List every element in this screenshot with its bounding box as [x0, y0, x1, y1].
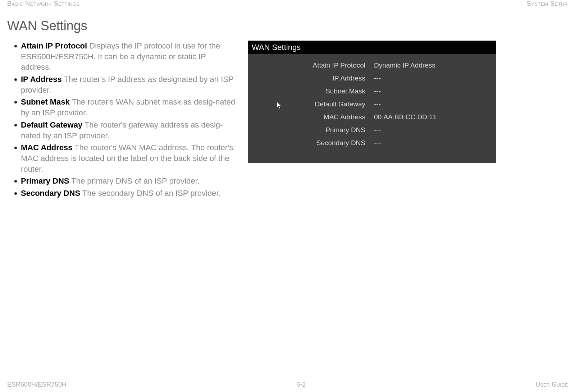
page-header: Basic Network Settings System Setup [0, 0, 575, 8]
panel-value: --- [374, 74, 381, 82]
screenshot-column: WAN Settings Attain IP Protocol Dynamic … [248, 41, 496, 200]
panel-label: MAC Address [288, 113, 374, 121]
page-footer: ESR600H/ESR750H 6-2 User Guide [0, 381, 575, 388]
list-item: Secondary DNS The secondary DNS of an IS… [14, 188, 237, 199]
panel-label: Default Gateway [288, 100, 374, 108]
term: Default Gateway [21, 120, 82, 129]
page-title: WAN Settings [0, 8, 575, 41]
desc: The primary DNS of an ISP provider. [69, 176, 200, 185]
panel-body: Attain IP Protocol Dynamic IP Address IP… [248, 54, 496, 159]
list-item: Primary DNS The primary DNS of an ISP pr… [14, 176, 237, 186]
header-left: Basic Network Settings [7, 0, 80, 8]
panel-row: Attain IP Protocol Dynamic IP Address [288, 61, 489, 69]
content-area: Attain IP Protocol Displays the IP proto… [0, 41, 575, 200]
panel-label: Secondary DNS [288, 139, 374, 147]
panel-row: MAC Address 00:AA:BB:CC:DD:11 [288, 113, 489, 121]
panel-label: IP Address [288, 74, 374, 82]
panel-value: Dynamic IP Address [374, 61, 435, 69]
term: IP Address [21, 75, 62, 84]
list-item: Subnet Mask The router's WAN subnet mask… [14, 97, 237, 118]
panel-row: Secondary DNS --- [288, 139, 489, 147]
panel-label: Attain IP Protocol [288, 61, 374, 69]
panel-value: --- [374, 139, 381, 147]
header-right: System Setup [527, 0, 568, 8]
panel-label: Subnet Mask [288, 87, 374, 95]
description-column: Attain IP Protocol Displays the IP proto… [7, 41, 237, 200]
panel-row: Subnet Mask --- [288, 87, 489, 95]
panel-label: Primary DNS [288, 126, 374, 134]
list-item: IP Address The router's IP address as de… [14, 74, 237, 95]
term: Subnet Mask [21, 97, 70, 106]
panel-value: --- [374, 126, 381, 134]
footer-center: 6-2 [67, 381, 535, 388]
wan-settings-panel: WAN Settings Attain IP Protocol Dynamic … [248, 41, 496, 163]
list-item: Attain IP Protocol Displays the IP proto… [14, 41, 237, 73]
footer-right: User Guide [535, 381, 568, 388]
panel-row: Default Gateway --- [288, 100, 489, 108]
list-item: MAC Address The router's WAN MAC address… [14, 142, 237, 174]
bullet-list: Attain IP Protocol Displays the IP proto… [7, 41, 237, 199]
term: Attain IP Protocol [21, 41, 87, 50]
panel-row: Primary DNS --- [288, 126, 489, 134]
panel-title: WAN Settings [248, 41, 496, 54]
term: Secondary DNS [21, 189, 80, 198]
desc: The secondary DNS of an ISP provider. [80, 189, 221, 198]
footer-left: ESR600H/ESR750H [7, 381, 67, 388]
term: Primary DNS [21, 176, 69, 185]
panel-value: --- [374, 100, 381, 108]
list-item: Default Gateway The router's gateway add… [14, 120, 237, 141]
panel-row: IP Address --- [288, 74, 489, 82]
panel-value: --- [374, 87, 381, 95]
term: MAC Address [21, 143, 72, 152]
panel-value: 00:AA:BB:CC:DD:11 [374, 113, 437, 121]
